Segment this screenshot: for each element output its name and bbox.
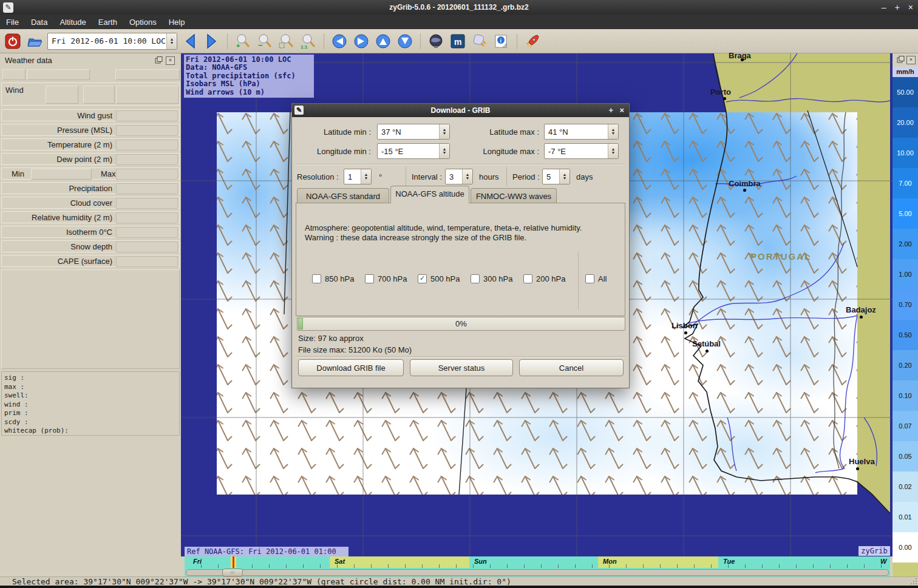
tab-fnmoc-ww3-waves[interactable]: FNMOC-WW3 waves [471,188,557,203]
dialog-maximize-button[interactable]: + [608,106,613,115]
interval-field[interactable]: 3 ▲▼ [445,169,473,184]
pan-left-button[interactable] [330,32,348,50]
svg-text:1:1: 1:1 [301,44,308,50]
resize-grip[interactable] [909,578,917,586]
cancel-button[interactable]: Cancel [519,359,624,376]
row-pressure[interactable]: Pressure (MSL) [1,124,180,136]
spinner[interactable]: ▲▼ [439,144,449,158]
colorbar-band: 0.01 [892,502,918,532]
city-dot [684,331,687,334]
lat-min-field[interactable]: 37 °N ▲▼ [377,124,450,140]
zoom-out-button[interactable]: − [256,32,274,50]
spinner[interactable]: ▲▼ [361,169,371,184]
grib-info-button[interactable]: i [492,32,511,50]
checkbox-icon[interactable] [471,274,480,283]
float-panel-icon[interactable] [897,56,905,63]
wind-cell[interactable] [83,86,115,104]
meteotable-button[interactable]: m [449,32,467,50]
previous-timestep-button[interactable] [181,32,199,50]
quit-button[interactable] [4,32,22,50]
checkbox-icon[interactable] [365,274,374,283]
minimize-button[interactable]: – [882,2,886,12]
lon-min-field[interactable]: -15 °E ▲▼ [377,143,450,159]
lon-min-label: Longitude min : [298,147,371,156]
float-panel-icon[interactable] [155,56,163,64]
svg-text:m: m [454,37,461,47]
close-button[interactable]: × [908,2,913,12]
wind-value-cell [116,86,179,104]
row-cape[interactable]: CAPE (surface) [1,255,180,267]
menu-file[interactable]: File [0,16,25,29]
checkbox-700hpa[interactable]: 700 hPa [365,274,407,283]
altitude-cell[interactable] [27,69,90,80]
checkbox-300hpa[interactable]: 300 hPa [471,274,512,283]
close-panel-icon[interactable]: × [166,56,175,65]
checkbox-850hpa[interactable]: 850 hPa [312,274,354,283]
checkbox-icon[interactable] [523,274,532,283]
checkbox-icon[interactable]: ✓ [418,274,427,283]
checkbox-icon[interactable] [585,274,594,283]
spinner[interactable]: ▲▼ [439,124,449,139]
checkbox-all[interactable]: All [585,274,607,283]
row-wind-gust[interactable]: Wind gust [1,109,180,121]
timeline[interactable]: Fri Sat Sun Mon Tue W ||| [185,556,890,576]
next-timestep-button[interactable] [203,32,221,50]
pan-down-button[interactable] [396,32,414,50]
timeline-slider-track[interactable] [186,569,889,576]
server-status-button[interactable]: Server status [410,359,513,376]
resolution-field[interactable]: 1 ▲▼ [344,169,372,184]
dialog-title-bar[interactable]: ✎ Download - GRIB + × [292,104,629,117]
checkbox-500hpa[interactable]: ✓ 500 hPa [418,274,460,283]
pan-right-button[interactable] [352,32,370,50]
zoom-selection-button[interactable] [277,32,296,50]
globe-arrow-down-icon [397,33,413,49]
spinner[interactable]: ▲▼ [608,144,618,158]
zoom-actual-button[interactable]: 1:1 [299,32,318,50]
row-cloud-cover[interactable]: Cloud cover [1,197,180,209]
tab-noaa-gfs-standard[interactable]: NOAA-GFS standard [297,188,389,203]
spinner[interactable]: ▲▼ [559,169,570,184]
row-isotherm[interactable]: Isotherm 0°C [1,226,180,238]
row-min-max[interactable]: Min Max [1,167,180,180]
menu-earth[interactable]: Earth [92,16,123,29]
spinner[interactable]: ▲▼ [608,124,618,139]
altitude-cell[interactable] [2,69,25,80]
title-bar[interactable]: ✎ zyGrib-5.0.6 - 20120601_111132_.grb.bz… [0,0,918,15]
menu-data[interactable]: Data [25,16,53,29]
spinner[interactable]: ▲▼ [462,169,472,184]
download-grib-button[interactable]: Download GRIB file [298,359,404,376]
open-file-button[interactable] [25,32,44,50]
menu-altitude[interactable]: Altitude [53,16,92,29]
lon-max-field[interactable]: -7 °E ▲▼ [544,143,619,159]
zoom-1-1-icon: 1:1 [300,33,317,50]
connection-button[interactable] [471,32,489,50]
pan-up-button[interactable] [374,32,392,50]
row-relative-humidity[interactable]: Relative humidity (2 m) [1,211,180,223]
update-button[interactable] [523,32,542,50]
altitude-cell[interactable] [115,69,180,80]
wind-row[interactable]: Wind [1,83,180,106]
datetime-selector[interactable]: Fri 2012-06-01 10:00 LOC ▲▼ [47,33,177,50]
period-field[interactable]: 5 ▲▼ [542,169,570,184]
checkbox-icon[interactable] [312,274,321,283]
row-snow-depth[interactable]: Snow depth [1,240,180,252]
row-dew-point[interactable]: Dew point (2 m) [1,153,180,165]
row-temperature[interactable]: Temperature (2 m) [1,138,180,150]
datetime-spinner[interactable]: ▲▼ [166,33,177,49]
wind-unit-cell[interactable] [46,86,78,104]
maximize-button[interactable]: + [895,2,900,12]
checkbox-200hpa[interactable]: 200 hPa [523,274,565,283]
menu-help[interactable]: Help [163,16,191,29]
lat-max-field[interactable]: 41 °N ▲▼ [544,124,619,140]
tab-noaa-gfs-altitude[interactable]: NOAA-GFS altitude [390,186,469,203]
timeline-slider-handle[interactable]: ||| [222,569,243,576]
zoom-in-button[interactable]: + [234,32,252,50]
close-panel-icon[interactable]: × [906,56,916,64]
zygrib-window: ✎ zyGrib-5.0.6 - 20120601_111132_.grb.bz… [0,0,918,588]
menu-options[interactable]: Options [123,16,163,29]
earth-view-button[interactable] [427,32,445,50]
period-unit: days [576,172,593,181]
row-precipitation[interactable]: Precipitation [1,182,180,194]
window-title: zyGrib-5.0.6 - 20120601_111132_.grb.bz2 [0,3,918,12]
dialog-close-button[interactable]: × [619,106,624,115]
